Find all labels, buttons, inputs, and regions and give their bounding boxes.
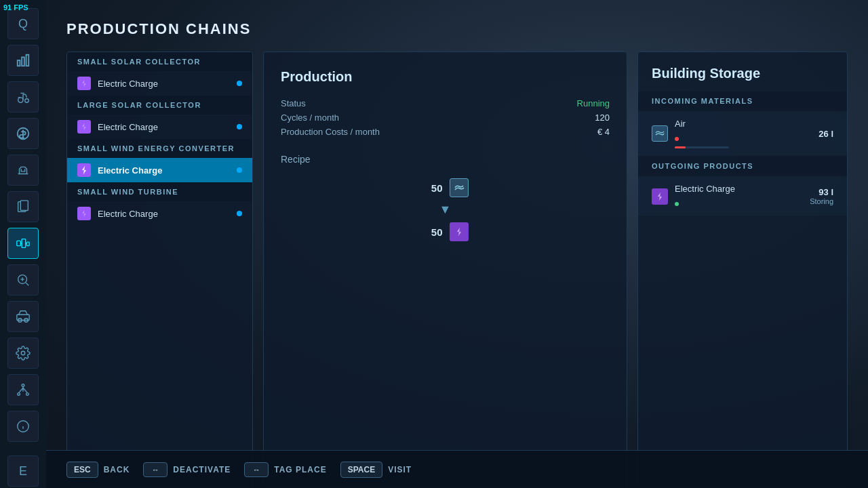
svg-marker-23 (82, 209, 86, 218)
nodes-button[interactable] (7, 374, 39, 405)
guide-icon (16, 419, 31, 434)
chain-item-large-solar-charge[interactable]: Electric Charge (67, 115, 252, 139)
esc-back-button[interactable]: ESC BACK (66, 462, 130, 478)
section-small-turbine: SMALL WIND TURBINE (67, 182, 252, 201)
air-status-dot (675, 137, 679, 141)
svg-point-17 (22, 384, 24, 387)
section-large-solar: LARGE SOLAR COLLECTOR (67, 96, 252, 115)
incoming-materials-header: INCOMING MATERIALS (638, 92, 847, 110)
svg-point-16 (18, 393, 20, 396)
chain-label-3: Electric Charge (98, 165, 230, 176)
charge-icon-3 (77, 163, 91, 177)
stat-costs-label: Production Costs / month (281, 127, 380, 137)
svg-marker-24 (457, 228, 461, 236)
storage-charge-icon (652, 188, 668, 205)
chain-item-wind-turbine-charge[interactable]: Electric Charge (67, 201, 252, 226)
recipe-arrow-down: ▼ (439, 203, 452, 217)
svg-marker-20 (82, 79, 86, 87)
recipe-output: 50 (422, 222, 469, 241)
chain-label-4: Electric Charge (98, 209, 230, 219)
dollar-icon (16, 126, 31, 141)
currency-button[interactable] (7, 118, 39, 149)
documents-button[interactable] (7, 191, 39, 222)
svg-marker-21 (82, 123, 86, 131)
charge-icon-1 (77, 77, 91, 90)
storage-charge-name: Electric Charge (675, 184, 735, 194)
charge-icon-2 (77, 120, 91, 134)
recipe-section: Recipe 50 ▼ (281, 154, 610, 241)
sidebar: Q (0, 0, 46, 488)
svg-point-15 (21, 351, 25, 355)
chain-item-small-solar-charge[interactable]: Electric Charge (67, 71, 252, 96)
documents-icon (16, 199, 31, 214)
bottom-bar: ESC BACK ↔ DEACTIVATE ↔ TAG PLACE SPACE … (46, 450, 868, 488)
tractor-icon (16, 89, 31, 104)
stat-status-value: Running (577, 98, 610, 108)
status-dot-4 (237, 211, 242, 216)
guide-button[interactable] (7, 411, 39, 442)
svg-rect-1 (22, 57, 24, 66)
storage-item-charge-left: Electric Charge (652, 184, 735, 209)
deactivate-button[interactable]: ↔ DEACTIVATE (143, 462, 231, 477)
vehicles-icon (16, 309, 31, 324)
charge-icon-4 (77, 207, 91, 220)
chart-icon (16, 53, 31, 68)
svg-rect-8 (17, 241, 21, 245)
air-icon (450, 178, 469, 197)
q-button[interactable]: Q (7, 8, 39, 39)
svg-point-4 (25, 99, 29, 103)
recipe-input-qty: 50 (422, 182, 443, 194)
nodes-icon (16, 382, 31, 397)
space-key: SPACE (340, 462, 382, 478)
svg-marker-22 (82, 166, 86, 174)
svg-rect-9 (22, 239, 26, 248)
settings-button[interactable] (7, 338, 39, 369)
research-icon (16, 272, 31, 287)
recipe-label: Recipe (281, 154, 610, 165)
livestock-button[interactable] (7, 155, 39, 186)
storage-item-air-right: 26 l (818, 129, 833, 139)
svg-rect-2 (26, 55, 29, 66)
section-small-wind: SMALL WIND ENERGY CONVERTER (67, 139, 252, 158)
livestock-icon (16, 163, 31, 178)
stat-costs-value: € 4 (597, 127, 610, 137)
svg-marker-25 (658, 192, 662, 201)
storage-item-charge-right: 93 l Storing (810, 187, 833, 205)
chains-panel: SMALL SOLAR COLLECTOR Electric Charge LA… (66, 52, 253, 488)
stat-cycles-label: Cycles / month (281, 113, 339, 123)
air-progress-fill (675, 146, 686, 148)
production-chains-button[interactable] (7, 228, 39, 259)
chain-label-1: Electric Charge (98, 79, 230, 89)
e-button[interactable]: E (7, 455, 39, 487)
svg-point-18 (26, 393, 29, 396)
chain-item-wind-converter-charge[interactable]: Electric Charge (67, 158, 252, 182)
gear-icon (16, 346, 31, 361)
stats-button[interactable] (7, 45, 39, 76)
svg-rect-10 (27, 242, 30, 246)
storage-air-qty: 26 l (818, 129, 833, 139)
air-progress-bar (675, 146, 729, 148)
storage-item-air-left: Air (652, 119, 729, 148)
fps-counter: 91 FPS (3, 3, 28, 12)
research-button[interactable] (7, 264, 39, 296)
tag-key: ↔ (244, 462, 269, 477)
tractor-button[interactable] (7, 81, 39, 113)
production-panel: Production Status Running Cycles / month… (263, 52, 627, 488)
storage-item-air: Air 26 l (638, 112, 847, 155)
page-title: PRODUCTION CHAINS (66, 20, 848, 38)
production-title: Production (281, 69, 610, 85)
status-dot-2 (237, 124, 242, 129)
outgoing-products-header: OUTGOING PRODUCTS (638, 157, 847, 176)
tag-place-button[interactable]: ↔ TAG PLACE (244, 462, 326, 477)
chain-label-2: Electric Charge (98, 122, 230, 132)
status-dot-3 (237, 167, 242, 173)
vehicles-button[interactable] (7, 301, 39, 332)
deactivate-key: ↔ (143, 462, 167, 477)
charge-status-dot (675, 202, 679, 206)
recipe-output-qty: 50 (422, 226, 443, 238)
main-content: PRODUCTION CHAINS SMALL SOLAR COLLECTOR … (46, 0, 868, 488)
storage-item-charge: Electric Charge 93 l Storing (638, 177, 847, 216)
stat-cycles: Cycles / month 120 (281, 113, 610, 123)
visit-button[interactable]: SPACE VISIT (340, 462, 412, 478)
back-label: BACK (104, 465, 130, 474)
